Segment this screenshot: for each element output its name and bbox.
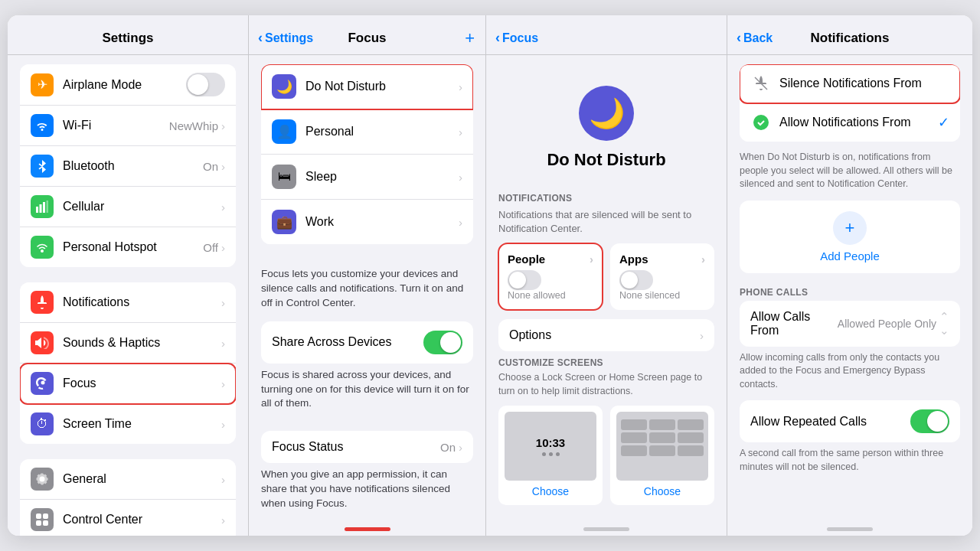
dnd-back-chevron: ‹ (495, 30, 500, 46)
options-chevron: › (700, 329, 704, 342)
work-item[interactable]: 💼 Work › (261, 200, 473, 244)
focus-panel: ‹ Settings Focus + 🌙 Do Not Disturb › 👤 … (249, 15, 486, 536)
cellular-icon (31, 195, 54, 218)
add-people-circle[interactable]: + (833, 211, 867, 245)
notifications-back-button[interactable]: ‹ Back (737, 30, 773, 46)
controlcenter-row[interactable]: Control Center › (20, 500, 236, 536)
scroll-indicator-3 (583, 527, 629, 531)
svg-rect-3 (47, 201, 49, 213)
app-block-5 (649, 432, 675, 443)
add-focus-button[interactable]: + (465, 28, 475, 48)
sleep-item[interactable]: 🛏 Sleep › (261, 155, 473, 200)
settings-group-1: ✈ Airplane Mode Wi-Fi NewWhip › (20, 64, 236, 267)
options-row[interactable]: Options › (498, 319, 714, 351)
cellular-label: Cellular (63, 200, 221, 214)
sounds-label: Sounds & Haptics (63, 336, 221, 350)
screen-preview-row: 10:33 Choose (498, 406, 714, 505)
people-toggle[interactable] (508, 270, 541, 290)
add-people-section: + Add People (740, 201, 960, 273)
dnd-label: Do Not Disturb (305, 80, 459, 93)
cellular-row[interactable]: Cellular › (20, 187, 236, 227)
allow-repeated-calls-toggle[interactable] (910, 409, 949, 433)
general-row[interactable]: General › (20, 459, 236, 500)
svg-rect-8 (36, 520, 41, 526)
share-across-devices-row[interactable]: Share Across Devices (261, 321, 473, 364)
focus-back-button[interactable]: ‹ Settings (258, 30, 313, 46)
settings-title: Settings (102, 31, 153, 46)
notifications-row[interactable]: Notifications › (20, 282, 236, 323)
sounds-row[interactable]: Sounds & Haptics › (20, 323, 236, 364)
focus-row[interactable]: Focus › (20, 364, 236, 404)
allow-repeated-calls-label: Allow Repeated Calls (750, 415, 910, 429)
airplane-mode-row[interactable]: ✈ Airplane Mode (20, 64, 236, 106)
silence-allow-group: Silence Notifications From Allow Notific… (740, 64, 960, 142)
apps-none-label: None silenced (619, 290, 705, 301)
apps-box[interactable]: Apps › None silenced (610, 243, 714, 310)
controlcenter-chevron: › (221, 514, 225, 527)
hotspot-chevron: › (221, 241, 225, 254)
allow-calls-value: Allowed People Only (838, 318, 936, 330)
share-across-toggle[interactable] (423, 331, 462, 354)
customize-desc: Choose a Lock Screen or Home Screen page… (498, 371, 714, 398)
bluetooth-chevron: › (221, 160, 225, 173)
sounds-chevron: › (221, 337, 225, 350)
allow-bell-icon (750, 112, 772, 133)
home-screen-preview: Choose (610, 406, 714, 505)
screentime-row[interactable]: ⏱ Screen Time › (20, 404, 236, 444)
hotspot-icon (31, 236, 54, 259)
hotspot-row[interactable]: Personal Hotspot Off › (20, 227, 236, 267)
notifications-content: Silence Notifications From Allow Notific… (727, 55, 972, 523)
focus-status-value: On (440, 441, 456, 454)
notifications-nav: ‹ Back Notifications (727, 15, 972, 55)
settings-panel: Settings ✈ Airplane Mode Wi-Fi NewW (8, 15, 249, 536)
home-choose-label[interactable]: Choose (616, 481, 708, 499)
wifi-chevron: › (221, 119, 225, 132)
airplane-mode-label: Airplane Mode (63, 78, 186, 92)
wifi-row[interactable]: Wi-Fi NewWhip › (20, 106, 236, 146)
bluetooth-label: Bluetooth (63, 159, 203, 173)
dnd-moon-icon: 🌙 (579, 86, 634, 141)
allow-notifications-row[interactable]: Allow Notifications From ✓ (740, 103, 960, 142)
allow-calls-label: Allow Calls From (750, 310, 838, 337)
notifications-icon (31, 291, 54, 314)
dot-1 (542, 452, 546, 456)
focus-items-group: 🌙 Do Not Disturb › 👤 Personal › 🛏 Sleep … (261, 64, 473, 244)
focus-description: Focus lets you customize your devices an… (249, 259, 485, 321)
silence-notifications-row[interactable]: Silence Notifications From (740, 64, 960, 103)
focus-status-row[interactable]: Focus Status On › (261, 431, 473, 463)
apps-label: Apps (619, 253, 648, 266)
personal-item[interactable]: 👤 Personal › (261, 109, 473, 155)
focus-status-desc: When you give an app permission, it can … (249, 463, 485, 522)
dnd-item[interactable]: 🌙 Do Not Disturb › (261, 64, 473, 109)
lock-choose-label[interactable]: Choose (505, 481, 596, 499)
settings-content: ✈ Airplane Mode Wi-Fi NewWhip › (8, 55, 248, 536)
notifications-back-label: Back (743, 31, 773, 45)
customize-section: CUSTOMIZE SCREENS Choose a Lock Screen o… (486, 351, 727, 505)
lock-screen-preview: 10:33 Choose (498, 406, 603, 505)
customize-label: CUSTOMIZE SCREENS (498, 351, 714, 371)
general-label: General (63, 472, 221, 486)
settings-nav: Settings (8, 15, 248, 55)
dnd-back-label: Focus (502, 31, 538, 45)
wifi-value: NewWhip (169, 119, 218, 132)
scroll-indicator (345, 527, 390, 531)
add-people-label[interactable]: Add People (820, 249, 880, 262)
notifications-section-label: NOTIFICATIONS (486, 187, 727, 207)
allow-calls-row[interactable]: Allow Calls From Allowed People Only ⌃⌄ (740, 301, 960, 347)
app-block-8 (649, 445, 675, 456)
apps-toggle[interactable] (619, 270, 653, 290)
lock-screen-time: 10:33 (536, 436, 565, 449)
dnd-back-button[interactable]: ‹ Focus (495, 30, 538, 46)
screentime-icon: ⏱ (31, 412, 54, 435)
hotspot-value: Off (203, 241, 218, 254)
bluetooth-row[interactable]: Bluetooth On › (20, 146, 236, 187)
people-box[interactable]: People › None allowed (498, 243, 603, 310)
allow-repeated-calls-row[interactable]: Allow Repeated Calls (740, 400, 960, 442)
airplane-mode-toggle[interactable] (186, 73, 225, 96)
notifications-title: Notifications (811, 31, 890, 46)
share-across-desc: Focus is shared across your devices, and… (249, 364, 485, 422)
scroll-indicator-4 (827, 527, 873, 531)
svg-rect-0 (36, 207, 38, 213)
dnd-chevron: › (459, 80, 462, 93)
options-label: Options (509, 328, 700, 342)
